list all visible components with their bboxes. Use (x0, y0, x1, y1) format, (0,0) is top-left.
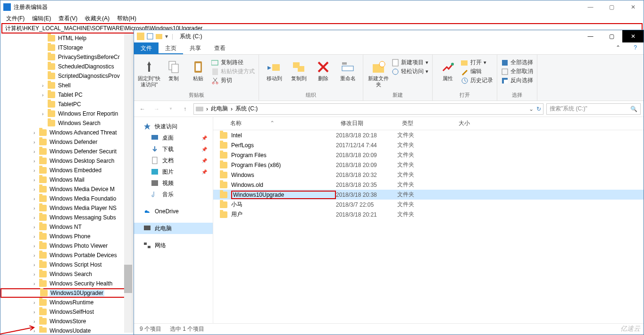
expand-icon[interactable]: › (33, 225, 39, 230)
copy-to-button[interactable]: 复制到 (287, 57, 310, 82)
paste-shortcut-button[interactable]: 粘贴快捷方式 (211, 67, 255, 75)
history-button[interactable]: 历史记录 (461, 76, 493, 84)
menu-file[interactable]: 文件(F) (2, 14, 28, 23)
tree-item[interactable]: ›WindowsSelfHost (0, 307, 132, 317)
menu-help[interactable]: 帮助(H) (113, 14, 140, 23)
expand-icon[interactable]: › (33, 159, 39, 164)
sidebar-pictures[interactable]: 图片📌 (134, 166, 213, 177)
tree-item[interactable]: ›Windows Desktop Search (0, 156, 132, 166)
file-row[interactable]: Windows2018/3/18 20:32文件夹 (213, 170, 644, 180)
menu-favorites[interactable]: 收藏夹(A) (81, 14, 113, 23)
nav-recent-icon[interactable]: ▼ (165, 103, 176, 115)
tree-item[interactable]: ›Windows Phone (0, 232, 132, 241)
expand-icon[interactable]: › (33, 187, 39, 192)
close-button[interactable]: ✕ (622, 0, 644, 14)
delete-button[interactable]: 删除 (312, 57, 335, 82)
properties-button[interactable]: 属性 (436, 57, 459, 82)
qat-newfolder-icon[interactable] (156, 33, 163, 40)
file-row[interactable]: Program Files2018/3/18 20:09文件夹 (213, 150, 644, 160)
nav-up-button[interactable]: ↑ (179, 103, 191, 115)
move-to-button[interactable]: 移动到 (263, 57, 285, 82)
help-icon[interactable]: ? (627, 42, 644, 54)
tree-item[interactable]: ›Windows Defender Securit (0, 147, 132, 156)
expand-icon[interactable]: › (33, 300, 39, 305)
sidebar-downloads[interactable]: 下载📌 (134, 143, 213, 155)
sidebar-quick-access[interactable]: 快速访问 (134, 121, 213, 132)
sidebar-this-pc[interactable]: 此电脑 (134, 223, 213, 234)
expand-icon[interactable]: › (33, 196, 39, 201)
registry-tree[interactable]: HTML HelpITStoragePrivacySettingsBeforeC… (0, 34, 133, 333)
col-size[interactable]: 大小 (454, 119, 492, 127)
search-box[interactable]: 搜索"系统 (C:)" 🔍 (546, 103, 641, 115)
tree-item[interactable]: ›Windows Mail (0, 175, 132, 184)
nav-back-button[interactable]: ← (137, 103, 148, 115)
tree-item[interactable]: ›Windows Advanced Threat (0, 128, 132, 137)
expand-icon[interactable]: › (33, 130, 39, 135)
refresh-icon[interactable]: ↻ (536, 106, 541, 112)
search-icon[interactable]: 🔍 (630, 106, 637, 112)
expand-icon[interactable]: › (33, 206, 39, 211)
expand-icon[interactable]: › (33, 149, 39, 154)
new-folder-button[interactable]: 新建文件夹 (367, 57, 390, 88)
tab-file[interactable]: 文件 (134, 42, 159, 54)
expand-icon[interactable]: › (33, 177, 39, 183)
tab-share[interactable]: 共享 (183, 42, 208, 54)
qat-dropdown-icon[interactable]: ▾ (165, 33, 168, 40)
menu-edit[interactable]: 编辑(E) (28, 14, 55, 23)
tree-item[interactable]: ›Windows Defender (0, 137, 132, 147)
cut-button[interactable]: 剪切 (211, 76, 255, 84)
col-date[interactable]: 修改日期 (336, 119, 397, 127)
tree-item[interactable]: ›Windows NT (0, 222, 132, 232)
expand-icon[interactable]: › (33, 140, 39, 145)
select-none-button[interactable]: 全部取消 (501, 67, 533, 75)
tree-item[interactable]: ›Windows Script Host (0, 260, 132, 269)
tree-scrollbar[interactable] (124, 34, 132, 333)
expand-icon[interactable]: › (33, 215, 39, 220)
select-all-button[interactable]: 全部选择 (501, 59, 533, 67)
explorer-maximize-button[interactable]: ▢ (601, 30, 622, 42)
expand-icon[interactable]: › (42, 111, 48, 117)
sidebar-documents[interactable]: 文档📌 (134, 155, 213, 166)
file-row[interactable]: Windows10Upgrade2018/3/18 20:38文件夹 (213, 190, 644, 200)
tree-item[interactable]: ›Windows Error Reportin (0, 109, 132, 118)
tab-home[interactable]: 主页 (159, 42, 183, 54)
file-row[interactable]: Program Files (x86)2018/3/18 20:09文件夹 (213, 160, 644, 170)
tree-item[interactable]: ›Windows Search (0, 269, 132, 279)
tree-item[interactable]: ›WindowsRuntime (0, 298, 132, 307)
paste-button[interactable]: 粘贴 (187, 57, 209, 82)
tree-item[interactable]: ›Shell (0, 81, 132, 90)
tree-item[interactable]: ›Windows Messaging Subs (0, 213, 132, 222)
breadcrumb-drive[interactable]: 系统 (C:) (235, 105, 258, 113)
expand-icon[interactable]: › (33, 168, 39, 173)
expand-icon[interactable]: › (42, 92, 48, 98)
expand-icon[interactable]: › (33, 262, 39, 268)
copy-path-button[interactable]: 复制路径 (211, 59, 255, 67)
qat-properties-icon[interactable] (146, 33, 154, 40)
ribbon-collapse-icon[interactable]: ⌃ (609, 42, 627, 54)
tree-item[interactable]: PrivacySettingsBeforeCr (0, 52, 132, 62)
explorer-close-button[interactable]: ✕ (622, 30, 644, 42)
sidebar-videos[interactable]: 视频 (134, 177, 213, 189)
file-row[interactable]: PerfLogs2017/12/14 7:44文件夹 (213, 140, 644, 150)
tree-item[interactable]: HTML Help (0, 34, 132, 43)
expand-icon[interactable]: › (33, 243, 39, 249)
tree-item[interactable]: Windows Search (0, 118, 132, 128)
tree-item[interactable]: ›Windows Media Foundatio (0, 194, 132, 203)
easy-access-button[interactable]: 轻松访问 ▾ (392, 67, 428, 75)
tree-item[interactable]: ›WindowsStore (0, 317, 132, 326)
minimize-button[interactable]: — (580, 0, 601, 14)
tree-item[interactable]: ›Windows Photo Viewer (0, 241, 132, 251)
nav-forward-button[interactable]: → (151, 103, 162, 115)
sidebar-onedrive[interactable]: OneDrive (134, 206, 213, 217)
pin-quickaccess-button[interactable]: 固定到"快速访问" (138, 57, 160, 88)
expand-icon[interactable]: › (33, 272, 39, 277)
file-row[interactable]: 小马2018/3/7 22:05文件夹 (213, 200, 644, 209)
scrollbar-thumb[interactable] (124, 265, 132, 293)
sidebar-desktop[interactable]: 桌面📌 (134, 132, 213, 143)
menu-view[interactable]: 查看(V) (55, 14, 81, 23)
tree-item[interactable]: ScriptedDiagnosticsProv (0, 71, 132, 81)
tree-item[interactable]: ›Windows Embedded (0, 166, 132, 175)
tree-item[interactable]: ›Tablet PC (0, 90, 132, 100)
breadcrumb-this-pc[interactable]: 此电脑 (211, 105, 228, 113)
rename-button[interactable]: 重命名 (336, 57, 359, 82)
